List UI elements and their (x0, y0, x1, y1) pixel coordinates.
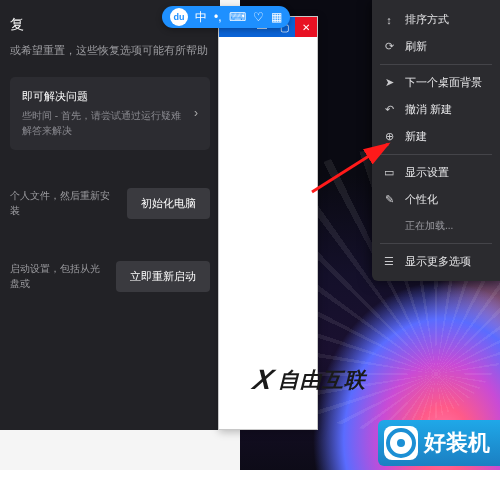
restart-now-button[interactable]: 立即重新启动 (116, 261, 210, 292)
sort-icon: ↕ (382, 14, 396, 26)
menu-loading: 正在加载... (372, 213, 500, 239)
menu-next-wallpaper[interactable]: ➤ 下一个桌面背景 (372, 69, 500, 96)
watermark-text: 好装机 (424, 428, 490, 458)
ime-toolbar[interactable]: du 中 •, ⌨ ♡ ▦ (162, 6, 290, 28)
watermark-ziyouhulian: X 自由互联 (254, 364, 366, 396)
panel-subtitle: 或希望重置，这些恢复选项可能有所帮助 (0, 38, 220, 71)
user-icon[interactable]: ♡ (253, 10, 264, 24)
menu-separator (380, 243, 492, 244)
menu-separator (380, 64, 492, 65)
cursor-icon: ➤ (382, 76, 396, 89)
ime-logo-icon[interactable]: du (170, 8, 188, 26)
watermark-text: 自由互联 (278, 366, 366, 394)
menu-label: 新建 (405, 129, 427, 144)
refresh-icon: ⟳ (382, 40, 396, 53)
keyboard-icon[interactable]: ⌨ (229, 10, 246, 24)
troubleshoot-card[interactable]: 即可解决问题 些时间 - 首先，请尝试通过运行疑难解答来解决 › (10, 77, 210, 150)
display-icon: ▭ (382, 166, 396, 179)
punct-icon[interactable]: •, (214, 10, 222, 24)
card-title: 即可解决问题 (22, 89, 186, 104)
menu-undo[interactable]: ↶ 撤消 新建 (372, 96, 500, 123)
chevron-right-icon: › (186, 106, 198, 120)
reset-pc-button[interactable]: 初始化电脑 (127, 188, 210, 219)
grid-icon[interactable]: ▦ (271, 10, 282, 24)
x-logo-icon: X (250, 364, 278, 396)
target-icon (384, 426, 418, 460)
menu-display-settings[interactable]: ▭ 显示设置 (372, 159, 500, 186)
settings-recovery-panel: 复 或希望重置，这些恢复选项可能有所帮助 即可解决问题 些时间 - 首先，请尝试… (0, 0, 220, 430)
menu-label: 刷新 (405, 39, 427, 54)
menu-separator (380, 154, 492, 155)
desktop-context-menu: ↕ 排序方式 ⟳ 刷新 ➤ 下一个桌面背景 ↶ 撤消 新建 ⊕ 新建 ▭ 显示设… (372, 0, 500, 281)
menu-label: 显示更多选项 (405, 254, 471, 269)
reset-pc-row: 个人文件，然后重新安装 初始化电脑 (0, 180, 220, 227)
plus-icon: ⊕ (382, 130, 396, 143)
undo-icon: ↶ (382, 103, 396, 116)
menu-label: 下一个桌面背景 (405, 75, 482, 90)
menu-more-options[interactable]: ☰ 显示更多选项 (372, 248, 500, 275)
card-desc: 些时间 - 首先，请尝试通过运行疑难解答来解决 (22, 108, 186, 138)
more-icon: ☰ (382, 255, 396, 268)
advanced-startup-row: 启动设置，包括从光盘或 立即重新启动 (0, 253, 220, 300)
close-button[interactable]: ✕ (295, 17, 317, 37)
menu-label: 显示设置 (405, 165, 449, 180)
brush-icon: ✎ (382, 193, 396, 206)
reset-desc: 个人文件，然后重新安装 (10, 188, 117, 218)
ime-mode[interactable]: 中 (195, 9, 207, 26)
menu-label: 个性化 (405, 192, 438, 207)
menu-personalize[interactable]: ✎ 个性化 (372, 186, 500, 213)
bottom-band (0, 470, 500, 500)
menu-label: 撤消 新建 (405, 102, 452, 117)
menu-new[interactable]: ⊕ 新建 (372, 123, 500, 150)
menu-refresh[interactable]: ⟳ 刷新 (372, 33, 500, 60)
watermark-haozhuangji: 好装机 (378, 420, 500, 466)
menu-sort[interactable]: ↕ 排序方式 (372, 6, 500, 33)
menu-label: 排序方式 (405, 12, 449, 27)
startup-desc: 启动设置，包括从光盘或 (10, 261, 106, 291)
